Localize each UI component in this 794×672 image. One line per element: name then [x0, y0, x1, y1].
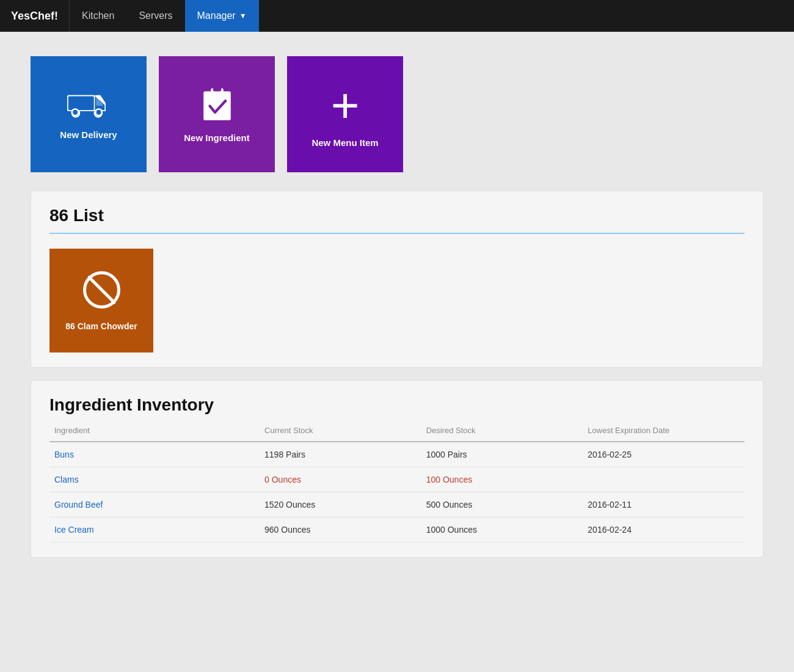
desired-stock: 500 Ounces [421, 492, 583, 517]
new-menu-item-tile[interactable]: + New Menu Item [287, 56, 403, 172]
col-header-desired: Desired Stock [421, 422, 583, 442]
card-divider [49, 233, 745, 234]
new-ingredient-tile[interactable]: New Ingredient [159, 56, 275, 172]
current-stock: 1198 Pairs [260, 442, 421, 467]
ingredient-link[interactable]: Buns [49, 442, 260, 467]
inventory-title: Ingredient Inventory [49, 395, 745, 415]
ingredient-link[interactable]: Ice Cream [49, 517, 260, 542]
desired-stock: 1000 Pairs [421, 442, 583, 467]
nav-manager[interactable]: Manager ▼ [185, 0, 259, 32]
manager-dropdown-chevron: ▼ [239, 12, 247, 20]
eighty-six-item-label: 86 Clam Chowder [65, 321, 137, 331]
ingredient-link[interactable]: Clams [49, 467, 260, 492]
col-header-current: Current Stock [260, 422, 421, 442]
new-ingredient-label: New Ingredient [184, 133, 250, 143]
nav-kitchen[interactable]: Kitchen [70, 0, 126, 32]
action-tiles-row: New Delivery New Ingredient + New Menu I… [31, 56, 763, 172]
inventory-table: Ingredient Current Stock Desired Stock L… [49, 422, 745, 542]
svg-point-9 [95, 109, 102, 115]
nav-servers[interactable]: Servers [126, 0, 184, 32]
ingredient-link[interactable]: Ground Beef [49, 492, 260, 517]
svg-rect-10 [203, 91, 231, 120]
truck-icon [67, 89, 110, 122]
eighty-six-items: 86 Clam Chowder [49, 249, 745, 352]
navbar: YesChef! Kitchen Servers Manager ▼ [0, 0, 794, 32]
eighty-six-title: 86 List [49, 206, 745, 225]
table-row: Ice Cream960 Ounces1000 Ounces2016-02-24 [49, 517, 745, 542]
table-header-row: Ingredient Current Stock Desired Stock L… [49, 422, 745, 442]
table-row: Ground Beef1520 Ounces500 Ounces2016-02-… [49, 492, 745, 517]
eighty-six-item[interactable]: 86 Clam Chowder [49, 249, 153, 352]
svg-line-14 [89, 277, 114, 302]
current-stock: 1520 Ounces [260, 492, 421, 517]
svg-rect-5 [68, 96, 94, 110]
new-delivery-label: New Delivery [60, 130, 117, 140]
expiry-date: 2016-02-11 [583, 492, 745, 517]
plus-icon: + [331, 81, 360, 130]
expiry-date: 2016-02-25 [583, 442, 745, 467]
desired-stock: 100 Ounces [421, 467, 583, 492]
brand-logo: YesChef! [0, 0, 70, 32]
svg-rect-12 [213, 87, 221, 91]
svg-point-8 [72, 109, 79, 115]
new-delivery-tile[interactable]: New Delivery [31, 56, 147, 172]
eighty-six-card: 86 List 86 Clam Chowder [31, 191, 763, 368]
ban-icon [82, 270, 122, 315]
inventory-card: Ingredient Inventory Ingredient Current … [31, 380, 763, 558]
table-row: Clams0 Ounces100 Ounces [49, 467, 745, 492]
new-menu-item-label: New Menu Item [311, 137, 378, 148]
clipboard-icon [200, 86, 234, 125]
desired-stock: 1000 Ounces [421, 517, 583, 542]
table-row: Buns1198 Pairs1000 Pairs2016-02-25 [49, 442, 745, 467]
current-stock: 0 Ounces [260, 467, 421, 492]
expiry-date [583, 467, 745, 492]
col-header-ingredient: Ingredient [49, 422, 260, 442]
expiry-date: 2016-02-24 [583, 517, 745, 542]
current-stock: 960 Ounces [260, 517, 421, 542]
col-header-expiry: Lowest Expiration Date [583, 422, 745, 442]
main-content: New Delivery New Ingredient + New Menu I… [0, 32, 794, 672]
